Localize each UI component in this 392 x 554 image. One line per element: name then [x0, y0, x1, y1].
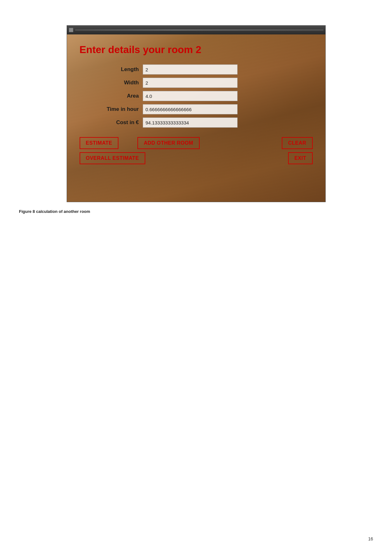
app-window: Enter details your room 2 Length Width A…: [67, 25, 326, 202]
cost-label: Cost in €: [80, 119, 143, 126]
cost-input[interactable]: [143, 117, 238, 128]
form-row-time: Time in hour: [80, 104, 313, 114]
area-label: Area: [80, 93, 143, 99]
length-label: Length: [80, 66, 143, 73]
overall-estimate-button[interactable]: OVERALL ESTIMATE: [80, 152, 145, 164]
length-input[interactable]: [143, 64, 238, 75]
buttons-row-1: ESTIMATE ADD OTHER ROOM CLEAR: [80, 137, 313, 149]
clear-button[interactable]: CLEAR: [282, 137, 313, 149]
title-bar-line: [75, 30, 323, 30]
area-input[interactable]: [143, 91, 238, 101]
page-title: Enter details your room 2: [80, 44, 313, 56]
figure-caption: Figure 8 calculation of another room: [19, 209, 90, 214]
form-row-area: Area: [80, 91, 313, 101]
width-input[interactable]: [143, 78, 238, 88]
form-row-length: Length: [80, 64, 313, 75]
exit-button[interactable]: EXIT: [288, 152, 313, 164]
window-icon: [69, 28, 73, 32]
content-panel: Enter details your room 2 Length Width A…: [67, 34, 325, 202]
time-label: Time in hour: [80, 106, 143, 112]
form-row-width: Width: [80, 78, 313, 88]
title-bar: [67, 26, 325, 34]
buttons-row-2: OVERALL ESTIMATE EXIT: [80, 152, 313, 164]
add-other-room-button[interactable]: ADD OTHER ROOM: [137, 137, 199, 149]
width-label: Width: [80, 80, 143, 86]
buttons-section: ESTIMATE ADD OTHER ROOM CLEAR OVERALL ES…: [80, 137, 313, 164]
form-row-cost: Cost in €: [80, 117, 313, 128]
figure-caption-bold: Figure 8 calculation of another room: [19, 209, 90, 214]
form-area: Length Width Area Time in hour: [80, 64, 313, 131]
time-input[interactable]: [143, 104, 238, 114]
estimate-button[interactable]: ESTIMATE: [80, 137, 119, 149]
page-number: 16: [368, 536, 373, 541]
